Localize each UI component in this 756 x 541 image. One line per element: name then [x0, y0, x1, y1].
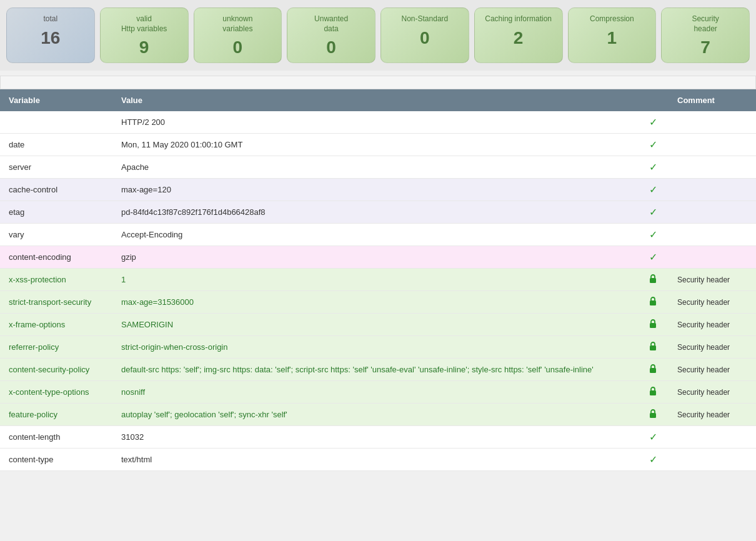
cell-value-12: nosniff: [112, 381, 637, 404]
table-container: VariableValueComment HTTP/2 200✓dateMon,…: [0, 89, 756, 471]
svg-rect-1: [650, 300, 656, 305]
cell-comment-0: [669, 111, 756, 134]
card-label-unwanted-data: Unwanteddata: [292, 14, 370, 34]
cell-icon-15: ✓: [637, 449, 669, 471]
check-icon: ✓: [649, 229, 657, 240]
col-header-2: [637, 89, 669, 111]
cell-icon-1: ✓: [637, 134, 669, 156]
card-compression: Compression 1: [568, 7, 657, 63]
svg-rect-6: [650, 413, 656, 418]
cell-icon-5: ✓: [637, 224, 669, 246]
cell-icon-6: ✓: [637, 246, 669, 269]
card-value-unknown-vars: 0: [199, 39, 277, 56]
table-row: content-security-policydefault-src https…: [0, 359, 756, 381]
cell-comment-4: [669, 201, 756, 224]
cell-comment-5: [669, 224, 756, 246]
lock-icon: [649, 410, 657, 420]
cell-comment-14: [669, 426, 756, 449]
table-row: content-typetext/html✓: [0, 449, 756, 471]
cell-value-15: text/html: [112, 449, 637, 471]
cell-icon-8: [637, 291, 669, 314]
lock-icon: [649, 388, 657, 398]
table-row: content-encodinggzip✓: [0, 246, 756, 269]
card-valid-http: validHttp variables 9: [100, 7, 189, 63]
cell-icon-10: [637, 336, 669, 359]
svg-rect-3: [650, 345, 656, 350]
cell-value-1: Mon, 11 May 2020 01:00:10 GMT: [112, 134, 637, 156]
card-label-total: total: [12, 14, 89, 24]
check-icon: ✓: [649, 432, 657, 442]
col-header-3: Comment: [669, 89, 756, 111]
check-icon: ✓: [649, 139, 657, 150]
cell-comment-1: [669, 134, 756, 156]
cell-icon-0: ✓: [637, 111, 669, 134]
card-value-valid-http: 9: [106, 39, 183, 56]
col-header-1: Value: [112, 89, 637, 111]
lock-icon: [649, 365, 657, 375]
card-value-non-standard: 0: [386, 29, 464, 47]
card-caching-info: Caching information 2: [474, 7, 563, 63]
cell-value-2: Apache: [112, 156, 637, 179]
card-label-compression: Compression: [574, 14, 651, 24]
check-icon: ✓: [649, 252, 657, 262]
card-value-security-header: 7: [667, 39, 744, 56]
cell-comment-13: Security header: [669, 404, 756, 426]
svg-rect-2: [650, 323, 656, 328]
check-icon: ✓: [649, 454, 657, 465]
card-security-header: Securityheader 7: [661, 7, 750, 63]
cell-value-5: Accept-Encoding: [112, 224, 637, 246]
cell-variable-3: cache-control: [0, 179, 112, 201]
cell-comment-12: Security header: [669, 381, 756, 404]
card-non-standard: Non-Standard 0: [380, 7, 469, 63]
summary-bar: total 16 validHttp variables 9 unknownva…: [0, 0, 756, 71]
card-label-non-standard: Non-Standard: [386, 14, 464, 24]
lock-icon: [649, 343, 657, 353]
table-row: serverApache✓: [0, 156, 756, 179]
card-total: total 16: [6, 7, 95, 63]
cell-value-6: gzip: [112, 246, 637, 269]
card-value-total: 16: [12, 29, 89, 47]
cell-comment-11: Security header: [669, 359, 756, 381]
cell-comment-8: Security header: [669, 291, 756, 314]
cell-comment-9: Security header: [669, 314, 756, 336]
card-unknown-vars: unknownvariables 0: [194, 7, 282, 63]
cell-icon-14: ✓: [637, 426, 669, 449]
card-value-compression: 1: [574, 29, 651, 47]
cell-icon-2: ✓: [637, 156, 669, 179]
cell-icon-11: [637, 359, 669, 381]
table-row: HTTP/2 200✓: [0, 111, 756, 134]
table-row: etagpd-84fd4c13f87c892f176f1d4b66428af8✓: [0, 201, 756, 224]
cell-comment-10: Security header: [669, 336, 756, 359]
svg-rect-4: [650, 368, 656, 373]
card-value-unwanted-data: 0: [292, 39, 370, 56]
cell-variable-9: x-frame-options: [0, 314, 112, 336]
cell-value-8: max-age=31536000: [112, 291, 637, 314]
cell-value-9: SAMEORIGIN: [112, 314, 637, 336]
table-row: x-frame-optionsSAMEORIGIN Security heade…: [0, 314, 756, 336]
cell-variable-6: content-encoding: [0, 246, 112, 269]
cell-variable-2: server: [0, 156, 112, 179]
cell-icon-9: [637, 314, 669, 336]
cell-variable-0: [0, 111, 112, 134]
cell-comment-3: [669, 179, 756, 201]
lock-icon: [649, 320, 657, 330]
cell-value-7: 1: [112, 269, 637, 291]
cell-comment-6: [669, 246, 756, 269]
cell-value-0: HTTP/2 200: [112, 111, 637, 134]
cell-value-3: max-age=120: [112, 179, 637, 201]
card-label-valid-http: validHttp variables: [106, 14, 183, 34]
cell-value-10: strict-origin-when-cross-origin: [112, 336, 637, 359]
cell-variable-15: content-type: [0, 449, 112, 471]
table-row: strict-transport-securitymax-age=3153600…: [0, 291, 756, 314]
check-icon: ✓: [649, 184, 657, 195]
cell-variable-4: etag: [0, 201, 112, 224]
card-unwanted-data: Unwanteddata 0: [287, 7, 376, 63]
cell-icon-13: [637, 404, 669, 426]
table-header-row: VariableValueComment: [0, 89, 756, 111]
cell-value-13: autoplay 'self'; geolocation 'self'; syn…: [112, 404, 637, 426]
table-row: referrer-policystrict-origin-when-cross-…: [0, 336, 756, 359]
cell-icon-7: [637, 269, 669, 291]
lock-icon: [649, 275, 657, 285]
svg-rect-0: [650, 278, 656, 283]
table-row: content-length31032✓: [0, 426, 756, 449]
